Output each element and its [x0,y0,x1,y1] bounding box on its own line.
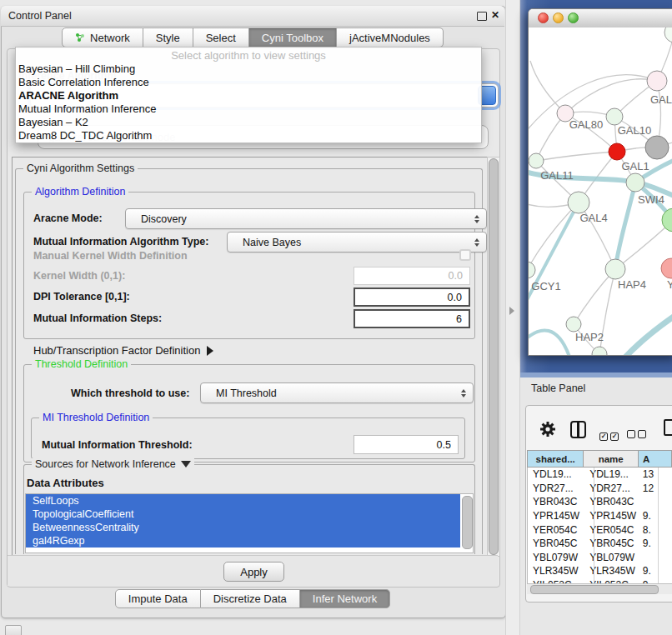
network-edge-highlighted[interactable] [622,304,672,356]
table-row[interactable]: YBR045CYBR045C9. [528,537,672,551]
tab-label: jActiveMNodules [349,32,430,44]
tab-cyni-toolbox[interactable]: Cyni Toolbox [249,28,337,48]
network-node-node-bright-green[interactable] [662,208,672,232]
network-node-node-bottom[interactable] [592,347,607,356]
data-attributes-list[interactable]: SelfLoopsTopologicalCoefficientBetweenne… [25,493,474,553]
network-graph[interactable]: GALGAL80GAL10GAL1GAL11SWI4GAL4GCY1HAP4YH… [529,28,672,356]
combo-stepper-icon [461,383,466,402]
table-row[interactable]: YBR043CYBR043C [528,495,672,509]
network-edge[interactable] [530,61,565,113]
kernel-width-field[interactable]: 0.0 [354,267,470,285]
table-row[interactable]: YBL079WYBL079W [528,551,672,565]
tab-label: Discretize Data [213,592,287,605]
network-node-gal10[interactable] [645,136,669,159]
tab-network[interactable]: Network [62,28,143,48]
close-icon[interactable]: ✕ [491,9,499,21]
panel-splitter[interactable] [505,0,520,635]
table-cell: 9. [639,538,672,549]
network-node-node-top-right[interactable] [664,28,672,42]
table-cell: YDL19... [528,468,584,480]
network-node-gal4[interactable] [568,192,589,213]
deselect-all-checks-icon[interactable] [627,427,649,442]
network-window-titlebar[interactable] [529,9,672,28]
table-row[interactable]: YER054CYER054C8. [528,522,672,537]
splitter-arrow-icon[interactable] [509,307,514,315]
network-tab-icon [75,32,86,42]
algorithm-option[interactable]: Bayesian – Hill Climbing [16,62,481,76]
algorithm-dropdown-popup: Select algorithm to view settings Bayesi… [15,47,482,143]
float-window-icon[interactable] [477,12,487,21]
table-body[interactable]: YDL19...YDL19...13YDR27...YDR27...12YBR0… [527,468,672,583]
data-attribute-item[interactable]: gal4RGexp [26,534,460,548]
tab-jactivemnodules[interactable]: jActiveMNodules [337,28,444,48]
minimize-traffic-light-icon[interactable] [553,12,564,23]
list-scrollbar-thumb[interactable] [462,496,473,549]
algorithm-option[interactable]: Dream8 DC_TDC Algorithm [16,129,481,142]
tab-infer-network[interactable]: Infer Network [300,589,390,608]
scrollbar-thumb[interactable] [530,585,659,594]
tab-style[interactable]: Style [143,28,193,48]
tab-label: Style [156,32,180,44]
close-traffic-light-icon[interactable] [538,12,549,23]
network-edge[interactable] [529,202,579,270]
network-edge-highlighted[interactable] [529,330,570,356]
network-edge[interactable] [565,79,657,113]
manual-kernel-width-checkbox[interactable] [459,249,471,261]
algorithm-option[interactable]: Mutual Information Inference [16,102,481,116]
settings-vertical-scrollbar[interactable] [487,157,500,557]
network-node-gal1[interactable] [609,143,625,160]
hub-definition-expander[interactable]: Hub/Transcription Factor Definition [33,344,213,357]
zoom-traffic-light-icon[interactable] [568,12,579,23]
new-table-icon[interactable] [664,419,672,436]
which-threshold-combo[interactable]: MI Threshold [200,382,474,403]
mi-steps-field[interactable]: 6 [354,309,470,328]
tab-select[interactable]: Select [193,28,249,48]
table-cell: 9. [639,510,672,522]
network-canvas[interactable]: GALGAL80GAL10GAL1GAL11SWI4GAL4GCY1HAP4YH… [529,28,672,356]
tab-impute-data[interactable]: Impute Data [115,589,201,608]
mi-algorithm-type-combo[interactable]: Naive Bayes [227,232,487,252]
dpi-tolerance-field[interactable]: 0.0 [354,288,470,307]
tab-label: Impute Data [128,592,188,605]
table-cell: YDL19... [584,468,639,480]
mi-algorithm-type-label: Mutual Information Algorithm Type: [33,236,208,248]
sources-title: Sources for Network Inference [35,458,176,470]
control-panel-titlebar[interactable]: Control Panel [1,6,504,27]
algorithm-option[interactable]: Basic Correlation Inference [16,76,481,89]
aracne-mode-combo[interactable]: Discovery [125,208,487,229]
algorithm-option[interactable]: Bayesian – K2 [16,116,481,129]
network-node-node-pink-right[interactable] [647,71,667,91]
threshold-definition-title: Threshold Definition [32,358,131,370]
network-node-gcy1[interactable] [529,262,535,278]
data-attribute-item[interactable]: SelfLoops [26,494,460,508]
network-edge-highlighted[interactable] [529,202,579,309]
algorithm-option[interactable]: ARACNE Algorithm [16,89,481,102]
table-row[interactable]: YPR145WYPR145W9. [528,509,672,523]
network-node-swi4[interactable] [626,173,644,192]
scrollbar-thumb[interactable] [489,158,499,555]
table-row[interactable]: YDR27...YDR27...12 [528,482,672,496]
sources-title-row[interactable]: Sources for Network Inference [32,458,194,470]
table-row[interactable]: YLR345WYLR345W9. [528,564,672,578]
data-attribute-item[interactable]: TopologicalCoefficient [26,508,460,521]
network-edge[interactable] [536,152,617,161]
mi-threshold-field[interactable]: 0.5 [354,435,459,454]
column-view-icon[interactable] [570,421,586,438]
column-header-a[interactable]: A [639,450,672,468]
apply-button[interactable]: Apply [223,562,284,582]
select-all-checks-icon[interactable]: ✓✓ [599,427,621,442]
mi-algorithm-type-value: Naive Bayes [243,237,301,248]
network-node-node-green-a[interactable] [606,108,623,125]
network-node-hap4[interactable] [605,259,625,279]
minimized-panel-button[interactable] [5,625,22,635]
tab-discretize-data[interactable]: Discretize Data [201,589,300,608]
column-header-name[interactable]: name [584,450,639,468]
network-node-node-salmon-right[interactable] [661,258,672,278]
table-row[interactable]: YDL19...YDL19...13 [528,468,672,482]
column-header-shared-[interactable]: shared... [527,450,584,468]
network-node-hap2[interactable] [566,317,581,332]
gear-icon[interactable] [539,421,556,441]
expander-arrow-icon [207,346,213,356]
network-node-gal11[interactable] [529,153,544,168]
data-attribute-item[interactable]: BetweennessCentrality [26,521,460,534]
